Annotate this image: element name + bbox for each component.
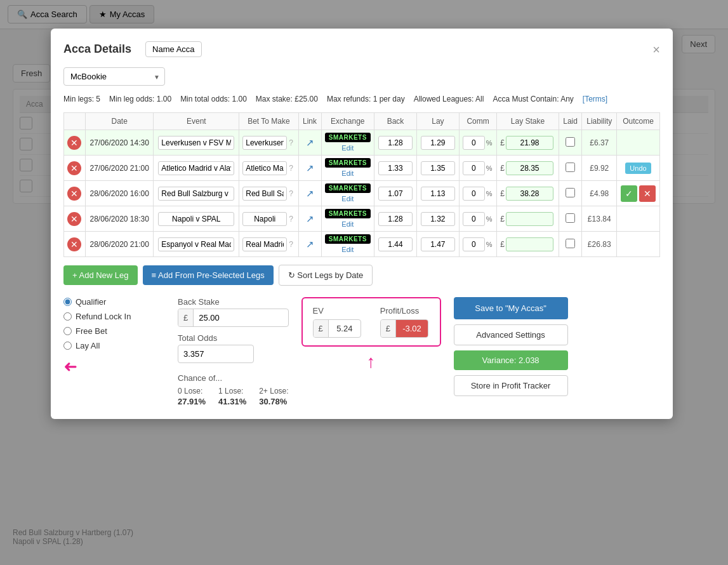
help-icon[interactable]: ? (289, 189, 293, 198)
leg-date: 28/06/2020 16:00 (85, 181, 153, 206)
add-from-preselected-button[interactable]: ≡ Add From Pre-Selected Legs (143, 265, 274, 285)
variance-button[interactable]: Variance: 2.038 (454, 350, 568, 370)
leg-link: ↗ (298, 181, 321, 206)
back-input[interactable] (378, 161, 413, 175)
external-link-icon[interactable]: ↗ (306, 188, 314, 199)
comm-input[interactable] (463, 212, 485, 226)
lay-stake-input[interactable] (506, 212, 553, 226)
modal: Acca Details Name Acca × McBookie Bet365… (51, 29, 673, 419)
col-header-laid: Laid (559, 113, 582, 130)
edit-exchange-link[interactable]: Edit (341, 195, 354, 203)
bet-input[interactable] (242, 212, 287, 226)
qualifier-radio[interactable] (63, 298, 72, 306)
bottom-section: Qualifier Refund Lock In Free Bet Lay Al… (63, 297, 660, 406)
bet-input[interactable] (242, 136, 287, 150)
help-icon[interactable]: ? (289, 164, 293, 173)
external-link-icon[interactable]: ↗ (306, 213, 314, 224)
undo-btn[interactable]: Undo (625, 163, 651, 174)
col-header-lay: Lay (416, 113, 459, 130)
edit-exchange-link[interactable]: Edit (341, 170, 354, 177)
outcome-lose-btn[interactable]: ✕ (639, 185, 656, 202)
bookmaker-select[interactable]: McBookie Bet365 Betfair William Hill (63, 67, 165, 86)
chance-section: Chance of... 0 Lose: 27.91% 1 Lose: 41.3… (178, 373, 289, 406)
delete-leg-btn[interactable]: ✕ (67, 212, 81, 226)
table-row: ✕ 28/06/2020 16:00 ? ↗ SMARKETS Edit (64, 181, 660, 206)
profit-loss-value: -3.02 (396, 320, 428, 337)
close-modal-button[interactable]: × (652, 43, 660, 56)
external-link-icon[interactable]: ↗ (306, 137, 314, 148)
bet-input[interactable] (242, 237, 287, 251)
laid-checkbox[interactable] (566, 163, 575, 172)
comm-input[interactable] (463, 136, 485, 150)
event-input[interactable] (158, 237, 234, 251)
max-stake-value: £25.00 (295, 95, 318, 103)
help-icon[interactable]: ? (289, 138, 293, 147)
delete-leg-btn[interactable]: ✕ (67, 161, 81, 175)
external-link-icon[interactable]: ↗ (306, 239, 314, 249)
comm-input[interactable] (463, 161, 485, 175)
back-input[interactable] (378, 237, 413, 251)
external-link-icon[interactable]: ↗ (306, 163, 314, 173)
lay-input[interactable] (421, 161, 455, 175)
lay-input[interactable] (421, 212, 455, 226)
lay-stake-input[interactable] (506, 187, 553, 201)
qualifier-radio-item[interactable]: Qualifier (63, 297, 165, 307)
bet-input[interactable] (242, 161, 287, 175)
outcome-win-btn[interactable]: ✓ (621, 185, 637, 202)
terms-link[interactable]: [Terms] (583, 95, 607, 103)
back-input[interactable] (378, 212, 413, 226)
delete-leg-btn[interactable]: ✕ (67, 237, 81, 251)
sort-legs-by-date-button[interactable]: ↻ Sort Legs by Date (279, 265, 373, 286)
bet-input[interactable] (242, 187, 287, 201)
event-input[interactable] (158, 161, 234, 175)
free-bet-radio[interactable] (63, 327, 72, 335)
total-odds-input[interactable] (178, 345, 254, 363)
laid-checkbox[interactable] (566, 137, 575, 147)
laid-checkbox[interactable] (566, 213, 575, 223)
refund-lock-in-radio-item[interactable]: Refund Lock In (63, 312, 165, 321)
lay-stake-input[interactable] (506, 161, 553, 175)
lay-stake-input[interactable] (506, 136, 553, 150)
event-input[interactable] (158, 187, 234, 201)
event-input[interactable] (158, 212, 234, 226)
delete-leg-btn[interactable]: ✕ (67, 187, 81, 201)
laid-checkbox[interactable] (566, 188, 575, 197)
event-input[interactable] (158, 136, 234, 150)
back-input[interactable] (378, 187, 413, 201)
lay-input[interactable] (421, 136, 455, 150)
lay-input[interactable] (421, 237, 455, 251)
right-buttons: Save to "My Accas" Advanced Settings Var… (454, 297, 568, 396)
back-input[interactable] (378, 136, 413, 150)
leg-date: 28/06/2020 18:30 (85, 206, 153, 232)
leg-laystake: £ (497, 130, 559, 156)
leg-outcome: Undo (617, 156, 660, 181)
free-bet-radio-item[interactable]: Free Bet (63, 326, 165, 336)
col-header-outcome: Outcome (617, 113, 660, 130)
lay-all-radio-item[interactable]: Lay All (63, 341, 165, 350)
comm-input[interactable] (463, 237, 485, 251)
edit-exchange-link[interactable]: Edit (341, 220, 354, 228)
allowed-leagues-value: All (475, 95, 484, 103)
advanced-settings-button[interactable]: Advanced Settings (454, 324, 568, 345)
help-icon[interactable]: ? (289, 240, 293, 249)
help-icon[interactable]: ? (289, 215, 293, 223)
table-row: ✕ 28/06/2020 21:00 ? ↗ SMARKETS Edit (64, 232, 660, 257)
back-stake-input[interactable] (194, 309, 244, 326)
refund-lock-in-radio[interactable] (63, 312, 72, 321)
name-acca-button[interactable]: Name Acca (145, 41, 201, 57)
smarkets-badge: SMARKETS (325, 234, 371, 244)
edit-exchange-link[interactable]: Edit (341, 246, 354, 253)
leg-bet: ? (239, 206, 298, 232)
leg-outcome (617, 130, 660, 156)
delete-leg-btn[interactable]: ✕ (67, 136, 81, 150)
add-new-leg-button[interactable]: + Add New Leg (63, 265, 138, 285)
comm-input[interactable] (463, 187, 485, 201)
store-in-profit-tracker-button[interactable]: Store in Profit Tracker (454, 375, 568, 396)
save-to-my-accas-button[interactable]: Save to "My Accas" (454, 297, 568, 319)
lay-stake-input[interactable] (506, 237, 553, 251)
ev-label: EV (313, 306, 361, 316)
lay-all-radio[interactable] (63, 342, 72, 350)
edit-exchange-link[interactable]: Edit (341, 144, 354, 152)
lay-input[interactable] (421, 187, 455, 201)
laid-checkbox[interactable] (566, 239, 575, 248)
